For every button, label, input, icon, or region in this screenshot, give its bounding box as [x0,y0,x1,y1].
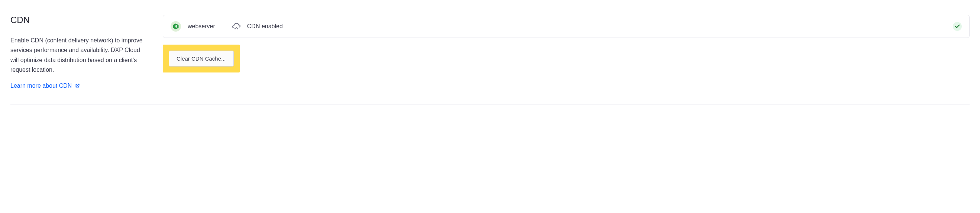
external-link-icon [75,83,80,89]
section-description: Enable CDN (content delivery network) to… [10,36,148,75]
learn-more-label: Learn more about CDN [10,83,72,89]
learn-more-link[interactable]: Learn more about CDN [10,83,80,89]
clear-cdn-cache-button[interactable]: Clear CDN Cache... [169,51,234,67]
clear-cache-highlight: Clear CDN Cache... [163,45,240,73]
status-success-badge [953,22,962,31]
cloudfront-icon [232,22,240,30]
cdn-controls-column: webserver CDN enabled Clear CDN Cache... [163,15,970,89]
nginx-icon [170,21,181,32]
check-icon [955,25,959,28]
webserver-card: webserver CDN enabled [163,15,970,38]
section-title: CDN [10,15,148,25]
service-name: webserver [188,23,215,30]
cdn-info-column: CDN Enable CDN (content delivery network… [10,15,148,89]
cdn-section: CDN Enable CDN (content delivery network… [10,15,970,105]
cdn-status-label: CDN enabled [247,23,283,30]
svg-point-1 [234,28,235,29]
